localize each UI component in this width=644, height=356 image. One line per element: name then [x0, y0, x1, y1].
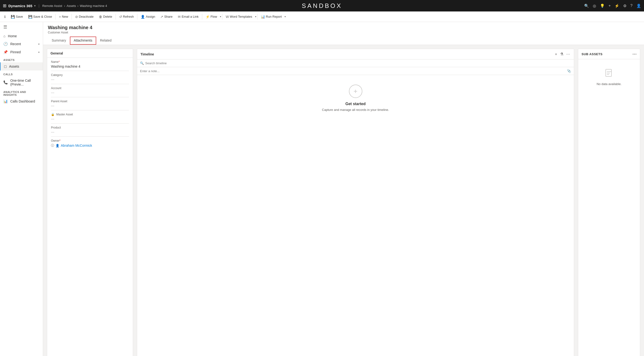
toolbar-sep-3: [116, 14, 116, 19]
timeline-more-button[interactable]: ⋯: [566, 51, 570, 57]
timeline-empty: + Get started Capture and manage all rec…: [137, 75, 574, 121]
tab-attachments[interactable]: Attachments: [70, 36, 96, 45]
record-subtitle: Customer Asset: [48, 31, 639, 34]
sidebar-section-analytics: Analytics and Insights: [0, 88, 43, 97]
email-icon: ✉: [178, 15, 181, 19]
sidebar-item-recent[interactable]: 🕐 Recent ▾: [0, 40, 43, 48]
delete-button[interactable]: 🗑 Delete: [96, 14, 115, 19]
field-category-value[interactable]: ---: [51, 78, 129, 81]
content-area: Washing machine 4 Customer Asset Summary…: [43, 22, 644, 356]
word-templates-button[interactable]: W Word Templates: [223, 14, 255, 19]
help-icon[interactable]: ?: [630, 3, 632, 8]
settings-icon[interactable]: ⚙: [623, 3, 626, 8]
field-product-value[interactable]: ---: [51, 130, 129, 134]
sidebar-item-one-time-call[interactable]: 📞 One-time Call (Previe...: [0, 77, 43, 88]
app-section-label: Remote Assist: [42, 4, 62, 8]
attach-icon[interactable]: 📎: [567, 69, 571, 73]
subassets-title: SUB ASSETS: [582, 52, 602, 56]
delete-icon: 🗑: [99, 15, 102, 19]
assign-button[interactable]: 👤 Assign: [138, 14, 158, 19]
timeline-add-button[interactable]: +: [554, 52, 558, 57]
app-chevron-icon[interactable]: ▾: [34, 4, 36, 7]
recent-icon: 🕐: [3, 42, 8, 46]
flow-chevron-icon[interactable]: ▾: [220, 15, 221, 18]
recent-chevron-icon: ▾: [38, 43, 40, 45]
timeline-add-circle-button[interactable]: +: [349, 85, 362, 98]
tab-summary[interactable]: Summary: [48, 36, 70, 45]
call-icon: 📞: [3, 80, 8, 85]
field-master-asset-value[interactable]: ---: [51, 117, 129, 121]
sidebar-item-pinned[interactable]: 📌 Pinned ▾: [0, 48, 43, 56]
subassets-empty-icon: [583, 69, 635, 80]
timeline-empty-title: Get started: [142, 102, 569, 106]
subassets-more-button[interactable]: ⋯: [632, 51, 637, 57]
run-report-icon: 📊: [261, 15, 265, 19]
lightbulb-icon[interactable]: 💡: [600, 3, 605, 8]
sidebar-item-home[interactable]: ⌂ Home: [0, 32, 43, 40]
timeline-note-input[interactable]: [140, 69, 567, 73]
general-panel-header: General: [47, 49, 133, 58]
timeline-note: 📎: [137, 67, 574, 75]
field-parent-asset-value[interactable]: ---: [51, 104, 129, 108]
dashboard-icon: 📊: [3, 99, 8, 103]
share-button[interactable]: ↗ Share: [158, 14, 175, 19]
field-name: Name* Washing machine 4: [47, 58, 133, 71]
filter-nav-icon[interactable]: ⚡: [614, 3, 619, 8]
flow-dropdown[interactable]: ⚡ Flow ▾: [203, 14, 221, 19]
run-report-chevron-icon[interactable]: ▾: [284, 15, 286, 18]
field-owner-value[interactable]: Abraham McCormick: [61, 144, 92, 147]
save-close-button[interactable]: 💾 Save & Close: [26, 14, 54, 19]
field-account-value[interactable]: ---: [51, 91, 129, 95]
field-account-label: Account: [51, 86, 129, 90]
sidebar-assets-label: Assets: [9, 64, 19, 68]
sandbox-title: SANDBOX: [302, 2, 342, 9]
sidebar-recent-label: Recent: [10, 42, 21, 46]
search-nav-icon[interactable]: 🔍: [584, 3, 589, 8]
breadcrumb-assets[interactable]: Assets: [66, 4, 76, 8]
record-title: Washing machine 4: [48, 25, 639, 30]
sidebar-calls-label: One-time Call (Previe...: [10, 79, 40, 86]
breadcrumb: › Assets › Washing machine 4: [64, 4, 107, 8]
subassets-empty: No data available.: [578, 59, 640, 95]
sidebar-item-assets[interactable]: ◻ Assets: [0, 62, 43, 70]
assets-icon: ◻: [4, 64, 7, 69]
refresh-button[interactable]: ↺ Refresh: [117, 14, 136, 19]
field-master-asset: 🔒 Master Asset ---: [47, 110, 133, 123]
subassets-header: SUB ASSETS ⋯: [578, 49, 640, 59]
email-link-button[interactable]: ✉ Email a Link: [176, 14, 201, 19]
sidebar-item-calls-dashboard[interactable]: 📊 Calls Dashboard: [0, 97, 43, 105]
user-icon[interactable]: 👤: [636, 3, 641, 8]
word-templates-chevron-icon[interactable]: ▾: [255, 15, 256, 18]
tab-related[interactable]: Related: [96, 36, 115, 45]
owner-help-icon[interactable]: ⓘ: [51, 143, 54, 148]
field-owner: Owner* ⓘ 👤 Abraham McCormick: [47, 137, 133, 150]
assign-icon: 👤: [141, 15, 145, 19]
timeline-filter-button[interactable]: ⚗: [560, 51, 564, 57]
share-icon: ↗: [160, 15, 163, 19]
plus-nav-icon[interactable]: +: [608, 3, 611, 8]
info-button[interactable]: ℹ: [2, 14, 8, 19]
flow-button[interactable]: ⚡ Flow: [203, 14, 220, 19]
deactivate-button[interactable]: ⊘ Deactivate: [73, 14, 96, 19]
timeline-header-actions: + ⚗ ⋯: [554, 51, 570, 57]
sidebar-dashboard-label: Calls Dashboard: [10, 99, 35, 103]
app-name[interactable]: Dynamics 365: [8, 4, 32, 8]
save-button[interactable]: 💾 Save: [8, 14, 25, 19]
field-category-label: Category: [51, 73, 129, 77]
home-icon: ⌂: [3, 34, 6, 38]
word-templates-dropdown[interactable]: W Word Templates ▾: [223, 14, 256, 19]
new-button[interactable]: + New: [56, 14, 70, 19]
grid-icon[interactable]: ⊞: [3, 3, 6, 8]
field-name-value[interactable]: Washing machine 4: [51, 64, 129, 68]
sidebar-toggle[interactable]: ☰: [0, 22, 43, 32]
run-report-dropdown[interactable]: 📊 Run Report ▾: [258, 14, 286, 19]
timeline-search-input[interactable]: [145, 61, 571, 65]
subassets-panel: SUB ASSETS ⋯ No data available.: [578, 49, 640, 356]
sidebar-home-label: Home: [8, 34, 17, 38]
field-product: Product ---: [47, 124, 133, 136]
field-product-label: Product: [51, 126, 129, 129]
subassets-empty-text: No data available.: [583, 82, 635, 86]
target-icon[interactable]: ◎: [593, 3, 596, 8]
name-required: *: [59, 60, 60, 64]
run-report-button[interactable]: 📊 Run Report: [258, 14, 284, 19]
